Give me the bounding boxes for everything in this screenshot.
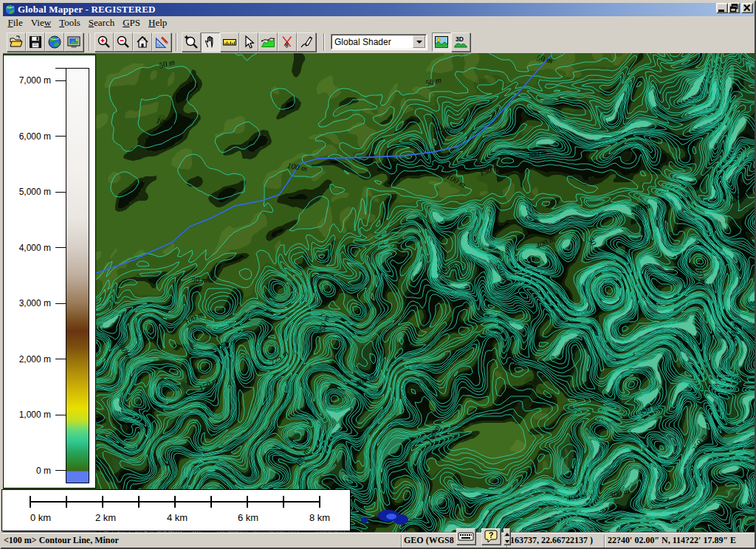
svg-text:?: ?: [489, 531, 494, 539]
svg-text:50 m: 50 m: [191, 275, 207, 284]
svg-text:50 m: 50 m: [429, 160, 445, 169]
svg-text:50 m: 50 m: [433, 123, 450, 134]
svg-text:3D: 3D: [456, 35, 464, 43]
